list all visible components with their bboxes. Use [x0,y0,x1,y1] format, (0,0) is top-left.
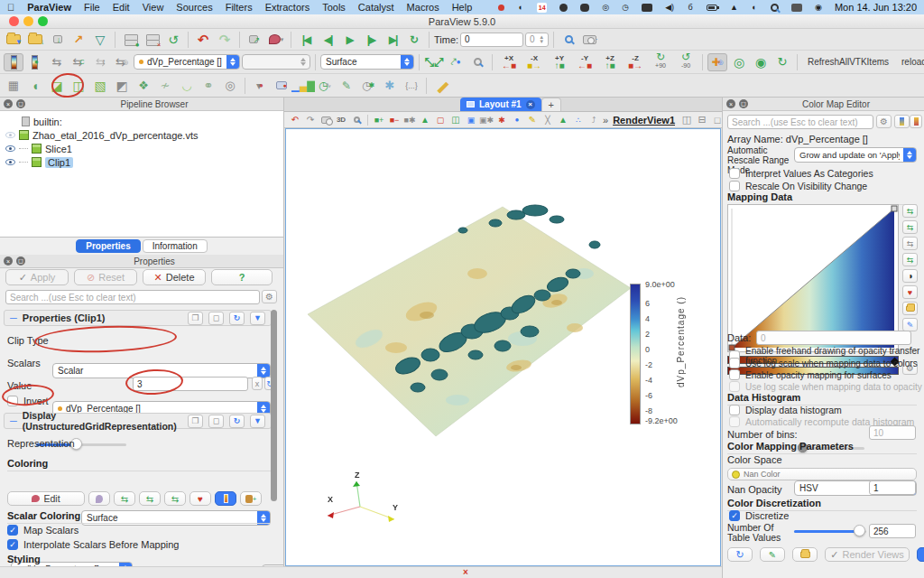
select-polygon-cells-icon[interactable]: ▢ [433,114,448,126]
last-frame-icon[interactable]: ▶| [383,31,402,49]
help-button[interactable]: ? [211,269,273,285]
map-scalars-row[interactable]: ✓ Map Scalars [7,525,79,536]
save-screenshot-icon[interactable]: ↓ [47,31,67,49]
opacity-surfaces-row[interactable]: Enable opacity mapping for surfaces [729,369,892,380]
reset-display-icon[interactable]: ↻ [229,415,245,428]
display-icon[interactable] [791,3,802,13]
hover-cells-icon[interactable]: ● [510,114,524,126]
first-frame-icon[interactable]: |◀ [296,31,316,49]
select-points-on-icon[interactable]: ■− [387,114,402,126]
interactive-select-cells-icon[interactable]: ▣✱ [479,114,494,126]
visibility-eye-icon[interactable] [5,132,15,138]
probe-location-icon[interactable]: ▾● [250,77,270,95]
interpolate-row[interactable]: ✓ Interpolate Scalars Before Mapping [7,539,179,550]
tf-favorites-icon[interactable]: ♥ [902,285,918,299]
battery-icon[interactable] [707,3,717,13]
select-block-icon[interactable]: ▣ [464,114,478,126]
pipeline-item-source[interactable]: Zhao_etal_2016_dVp_percentage.vts [0,128,283,142]
component-dropdown[interactable] [242,54,310,70]
pipeline-item-slice1[interactable]: Slice1 [0,142,283,155]
toggle-2d3d-button[interactable]: 3D [334,114,348,126]
set-view-plus-y-icon[interactable]: +Y↑■ [548,53,571,71]
temporal-interpolator-icon[interactable]: ✱ [380,77,400,95]
slice-filter-icon[interactable]: ◫ [69,77,88,95]
set-view-minus-x-icon[interactable]: -X■→ [522,53,546,71]
restore-defaults-button[interactable]: ↻ [727,547,753,562]
close-panel-icon[interactable]: × [4,99,13,108]
clip-filter-icon[interactable]: ◪ [47,77,67,95]
macro-refreshallvtkitems-button[interactable]: RefreshAllVTKItems [802,55,894,69]
shrink-selection-icon[interactable]: ∴ [571,114,586,126]
copy-display-icon[interactable]: ❐ [188,415,203,428]
zoom-to-data-icon[interactable]: ⤤● [446,53,466,71]
tf-choose-preset-icon[interactable]: ✎ [902,318,918,331]
tf-rescale-data-icon[interactable]: ⇆ [902,204,918,218]
auto-apply-button[interactable]: ✓ [917,547,924,562]
render-view-name[interactable]: RenderView1 [613,115,675,126]
pipeline-item-builtin[interactable]: builtin: [0,115,283,128]
menu-sources[interactable]: Sources [176,2,212,13]
table-values-input[interactable] [869,524,916,538]
select-frustum-cells-icon[interactable]: ■✱ [402,114,417,126]
rescale-mode-dropdown[interactable]: Grow and update on 'Apply' [794,147,917,163]
rotate-90-ccw-icon[interactable]: ↺-90 [674,53,698,71]
discretize-row[interactable]: ✓Discretize [729,510,789,521]
abort-progress-icon[interactable]: × [463,567,468,577]
display-histogram-row[interactable]: Display data histogram [729,405,842,415]
zoom-to-box-icon[interactable] [349,114,364,126]
reset-camera-icon[interactable]: ⤡⤢ [424,53,444,71]
search-options-gear-icon[interactable]: ⚙ [262,290,277,303]
python-calculator-icon[interactable]: {...} [402,77,421,95]
pipeline-item-clip1[interactable]: Clip1 [0,155,283,169]
rescale-visibility-checkbox[interactable] [729,181,740,191]
reset-button[interactable]: ⊘Reset [74,269,137,285]
undo-icon[interactable]: ↶ [193,31,213,49]
grow-selection-icon[interactable]: ▲ [556,114,570,126]
nan-color-button[interactable]: Nan Color [727,468,917,480]
select-frustum-points-icon[interactable]: ▲ [418,114,432,126]
group-datasets-filter-icon[interactable]: ⚭ [199,77,218,95]
connect-server-icon[interactable]: ● [120,31,140,49]
rotate-90-cw-icon[interactable]: ↻+90 [649,53,672,71]
camera-undo-icon[interactable]: ↗ [245,31,264,49]
pick-center-icon[interactable]: ◎ [729,53,749,71]
wifi-icon[interactable]: ▲ [730,3,738,13]
menu-filters[interactable]: Filters [226,2,253,13]
color-legend-bar[interactable] [630,284,641,424]
open-file-icon[interactable]: ▼ [4,31,23,49]
logscale-color-checkbox[interactable] [729,358,740,368]
close-layout-icon[interactable]: × [526,100,535,109]
tf-rescale-visible-icon[interactable]: ⇆ [902,253,918,266]
tf-rescale-temporal-icon[interactable]: ⇆ [902,237,918,250]
tab-properties[interactable]: Properties [76,239,140,253]
edit-legend-properties-icon[interactable] [910,115,922,128]
undock-panel-icon[interactable]: ◻ [739,99,748,108]
histogram-filter-icon[interactable]: ▁▄▇ [293,77,313,95]
disc-icon[interactable]: ◎ [602,3,609,13]
invert-checkbox-row[interactable]: Invert [7,396,49,406]
edit-color-map-button[interactable]: Edit [7,491,85,506]
extract-block-filter-icon[interactable]: ◎ [220,77,240,95]
choose-preset-button[interactable]: + [240,491,262,506]
export-scene-icon[interactable]: ↗ [69,31,88,49]
camera-redo-icon[interactable]: ↷ [303,114,318,126]
rescale-custom-button[interactable]: ⇆ [114,491,135,506]
cloud-icon[interactable] [580,3,589,13]
calculator-filter-icon[interactable]: ▦ [4,77,23,95]
clock-icon[interactable]: ◷ [622,3,629,13]
selection-arrow-icon[interactable]: ⤴ [587,114,601,126]
set-view-plus-z-icon[interactable]: +Z↑■ [598,53,622,71]
volume-icon[interactable]: ◀) [665,3,674,13]
invert-checkbox[interactable] [7,396,18,406]
shield-icon[interactable] [559,3,568,13]
save-display-icon[interactable]: ▼ [250,415,265,428]
macro-reload-button[interactable]: reload [896,55,924,69]
nan-opacity-input[interactable] [869,480,916,495]
reset-defaults-icon[interactable]: ↻ [229,312,245,325]
opacity-surfaces-checkbox[interactable] [729,369,740,380]
interpret-categories-checkbox[interactable] [729,168,740,179]
color-array-dropdown[interactable]: dVp_Percentage [] [134,54,240,70]
properties-scrollbar[interactable] [271,310,277,501]
menu-view[interactable]: View [143,2,164,13]
zoom-tool-icon[interactable] [559,31,578,49]
